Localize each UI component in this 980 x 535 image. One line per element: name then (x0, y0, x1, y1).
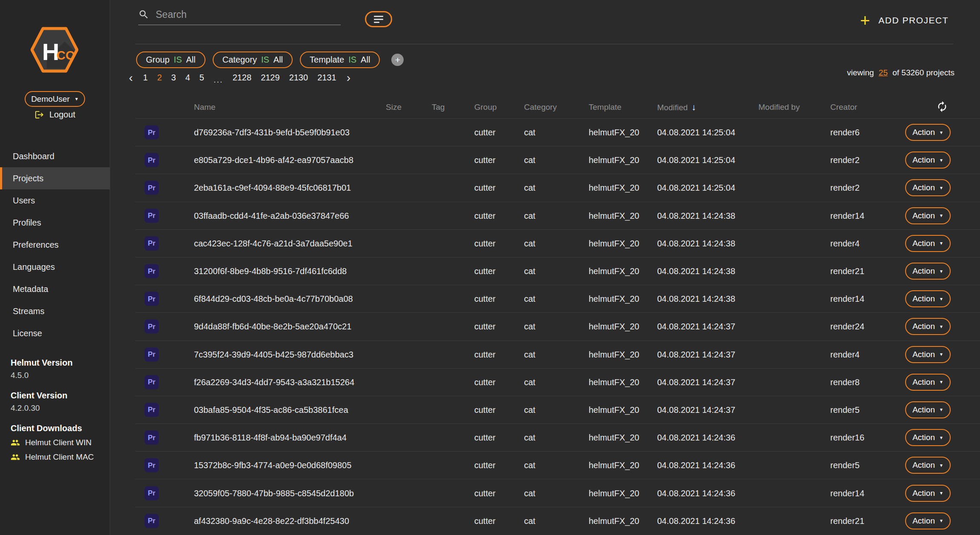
chevron-down-icon: ▼ (939, 269, 943, 274)
next-page-button[interactable]: › (346, 74, 351, 82)
group-cell: cutter (474, 433, 496, 443)
creator-cell: render21 (830, 516, 864, 526)
action-button[interactable]: Action ▼ (905, 318, 951, 335)
sidebar-item-preferences[interactable]: Preferences (0, 234, 110, 256)
premiere-icon: Pr (145, 236, 159, 250)
template-cell: helmutFX_20 (589, 155, 639, 165)
client-version-value: 4.2.0.30 (11, 403, 94, 413)
chevron-down-icon: ▼ (939, 297, 943, 301)
sort-desc-icon: ↓ (692, 102, 696, 112)
action-button[interactable]: Action ▼ (905, 152, 951, 169)
sidebar-item-dashboard[interactable]: Dashboard (0, 145, 110, 167)
refresh-icon[interactable] (936, 101, 948, 114)
client-download-link[interactable]: Helmut Client MAC (11, 452, 94, 462)
sidebar-item-languages[interactable]: Languages (0, 256, 110, 278)
column-header-tag[interactable]: Tag (432, 103, 445, 112)
template-cell: helmutFX_20 (589, 377, 639, 387)
action-button[interactable]: Action ▼ (905, 374, 951, 391)
action-button[interactable]: Action ▼ (905, 124, 951, 141)
chevron-down-icon: ▼ (74, 97, 79, 101)
page-number[interactable]: 2130 (289, 73, 308, 83)
project-name-cell: 7c395f24-39d9-4405-b425-987dd6ebbac3 (194, 349, 353, 359)
action-button[interactable]: Action ▼ (905, 512, 951, 529)
column-header-name[interactable]: Name (194, 103, 216, 112)
chip-value: All (186, 55, 196, 65)
viewing-summary: viewing 25 of 53260 projects (847, 68, 954, 77)
action-button[interactable]: Action ▼ (905, 179, 951, 196)
table-row: Pr 15372b8c-9fb3-4774-a0e9-0e0d68f09805 … (135, 451, 980, 479)
modified-cell: 04.08.2021 14:25:04 (657, 128, 735, 137)
template-cell: helmutFX_20 (589, 488, 639, 498)
column-header-modified-by[interactable]: Modified by (758, 103, 800, 112)
modified-cell: 04.08.2021 14:24:37 (657, 322, 735, 332)
column-header-modified[interactable]: Modified↓ (657, 102, 696, 112)
logout-button[interactable]: Logout (0, 110, 110, 120)
action-button[interactable]: Action ▼ (905, 485, 951, 502)
sidebar-item-users[interactable]: Users (0, 189, 110, 212)
chevron-down-icon: ▼ (939, 380, 943, 384)
project-name-cell: f26a2269-34d3-4dd7-9543-a3a321b15264 (194, 377, 354, 387)
sidebar-item-metadata[interactable]: Metadata (0, 278, 110, 300)
client-version-title: Client Version (11, 391, 94, 401)
action-button[interactable]: Action ▼ (905, 263, 951, 280)
action-button[interactable]: Action ▼ (905, 346, 951, 363)
add-project-label: ADD PROJECT (878, 15, 949, 26)
page-number[interactable]: 3 (171, 73, 176, 83)
action-button[interactable]: Action ▼ (905, 207, 951, 224)
page-number[interactable]: 4 (185, 73, 190, 83)
filter-chip-category[interactable]: Category IS All (213, 51, 293, 68)
column-header-size[interactable]: Size (386, 103, 402, 112)
viewing-count[interactable]: 25 (879, 68, 888, 77)
action-button[interactable]: Action ▼ (905, 235, 951, 252)
search-input[interactable] (156, 9, 341, 20)
page-number[interactable]: 1 (143, 73, 148, 83)
page-number[interactable]: 5 (199, 73, 204, 83)
table-row: Pr 9d4da88f-fb6d-40be-8e2b-5ae20a470c21 … (135, 312, 980, 340)
prev-page-button[interactable]: ‹ (128, 74, 134, 82)
sidebar-item-streams[interactable]: Streams (0, 300, 110, 322)
sidebar-item-projects[interactable]: Projects (0, 167, 110, 189)
client-download-link[interactable]: Helmut Client WIN (11, 438, 94, 447)
category-cell: cat (524, 488, 536, 498)
column-header-template[interactable]: Template (589, 103, 621, 112)
viewing-suffix: of 53260 projects (892, 68, 954, 77)
chip-operator: IS (261, 55, 269, 65)
chevron-down-icon: ▼ (939, 407, 943, 412)
action-button[interactable]: Action ▼ (905, 429, 951, 446)
page-number[interactable]: 2129 (261, 73, 280, 83)
action-button[interactable]: Action ▼ (905, 457, 951, 474)
sidebar-item-license[interactable]: License (0, 322, 110, 344)
column-header-category[interactable]: Category (524, 103, 557, 112)
page-number[interactable]: 2 (157, 73, 162, 83)
user-menu-button[interactable]: DemoUser ▼ (25, 91, 85, 107)
column-header-creator[interactable]: Creator (830, 103, 857, 112)
add-project-button[interactable]: + ADD PROJECT (860, 13, 949, 28)
category-cell: cat (524, 128, 536, 137)
premiere-icon: Pr (145, 126, 159, 140)
chip-field-label: Template (310, 55, 344, 65)
sidebar-item-profiles[interactable]: Profiles (0, 212, 110, 234)
filter-toggle-button[interactable] (365, 11, 392, 27)
table-row: Pr 03bafa85-9504-4f35-ac86-ca5b3861fcea … (135, 396, 980, 423)
action-button[interactable]: Action ▼ (905, 401, 951, 418)
project-name-cell: 03bafa85-9504-4f35-ac86-ca5b3861fcea (194, 405, 348, 415)
chip-operator: IS (174, 55, 182, 65)
template-cell: helmutFX_20 (589, 405, 639, 415)
top-divider (135, 44, 953, 44)
project-name-cell: af432380-9a9c-4e28-8e22-df3bb4f25430 (194, 516, 349, 526)
creator-cell: render14 (830, 211, 864, 220)
filter-chip-template[interactable]: Template IS All (300, 51, 380, 68)
creator-cell: render24 (830, 322, 864, 332)
table-row: Pr e805a729-dce1-4b96-af42-ea97057aacb8 … (135, 146, 980, 174)
page-number[interactable]: 2131 (317, 73, 336, 83)
add-filter-button[interactable]: + (391, 54, 404, 66)
page-number[interactable]: 2128 (233, 73, 252, 83)
page-list: 12345...2128212921302131 (143, 73, 336, 83)
helmut-logo: H CO (31, 26, 78, 76)
action-button[interactable]: Action ▼ (905, 290, 951, 307)
search-icon (138, 9, 149, 20)
column-header-group[interactable]: Group (474, 103, 497, 112)
filter-chip-group[interactable]: Group IS All (136, 51, 205, 68)
action-label: Action (912, 211, 935, 220)
group-cell: cutter (474, 128, 496, 137)
